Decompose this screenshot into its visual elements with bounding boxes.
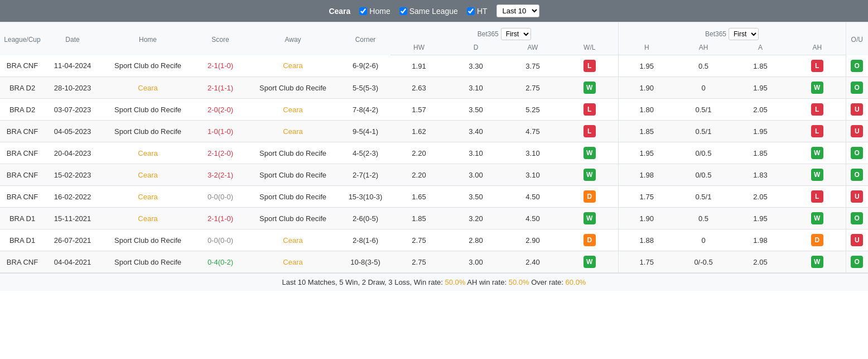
table-cell: 26-07-2021	[45, 229, 100, 251]
table-cell: 0/0.5	[675, 142, 732, 164]
table-cell[interactable]: 0-0(0-0)	[195, 229, 245, 251]
home-team-link[interactable]: Ceara	[138, 149, 157, 157]
table-cell: 4.75	[504, 121, 561, 142]
table-cell: 3.50	[447, 186, 504, 208]
table-cell: 3.00	[447, 251, 504, 273]
wl-cell: W	[561, 208, 618, 229]
ah2-badge: W	[811, 212, 823, 224]
table-cell: 1.95	[618, 55, 675, 77]
group2-select[interactable]: First Last	[729, 28, 759, 40]
table-cell[interactable]: Ceara	[100, 186, 195, 208]
wl-cell: L	[561, 55, 618, 77]
ht-filter[interactable]: HT	[467, 7, 488, 16]
ah2-badge: W	[811, 147, 823, 159]
table-cell[interactable]: Ceara	[245, 251, 340, 273]
score[interactable]: 0-4(0-2)	[208, 258, 233, 266]
ou-cell: U	[846, 121, 868, 142]
table-row: BRA CNF11-04-2024Sport Club do Recife2-1…	[0, 55, 868, 77]
table-cell[interactable]: Ceara	[100, 77, 195, 99]
table-cell: 5.25	[504, 99, 561, 121]
away-team-link[interactable]: Ceara	[283, 61, 302, 70]
same-league-filter[interactable]: Same League	[399, 7, 458, 16]
ah2-cell: W	[789, 142, 846, 164]
wl-cell: W	[561, 251, 618, 273]
table-cell: Sport Club do Recife	[100, 251, 195, 273]
wl-badge: D	[584, 234, 596, 246]
ah2-cell: L	[789, 55, 846, 77]
home-checkbox[interactable]	[359, 7, 367, 15]
score[interactable]: 2-1(1-0)	[208, 214, 233, 223]
group1-select[interactable]: First Last	[501, 28, 531, 40]
ah2-badge: W	[811, 256, 823, 268]
away-team-link[interactable]: Ceara	[283, 258, 302, 266]
table-cell[interactable]: 2-0(2-0)	[195, 99, 245, 121]
main-table: League/Cup Date Home Score Away Corner B…	[0, 22, 868, 273]
table-cell: 0	[675, 229, 732, 251]
table-cell: 2.05	[732, 99, 789, 121]
col-home-header: Home	[100, 22, 195, 55]
home-team-link[interactable]: Ceara	[138, 171, 157, 179]
table-cell: 3.20	[447, 208, 504, 229]
table-row: BRA D228-10-2023Ceara2-1(1-1)Sport Club …	[0, 77, 868, 99]
col-league-header: League/Cup	[0, 22, 45, 55]
table-cell[interactable]: 0-0(0-0)	[195, 186, 245, 208]
table-cell: 2.75	[504, 77, 561, 99]
score[interactable]: 2-1(2-0)	[208, 149, 233, 157]
footer-text-mid2: Over rate:	[529, 278, 566, 286]
col-wl-header: W/L	[561, 42, 618, 55]
col-away-header: Away	[245, 22, 340, 55]
ou-badge: U	[851, 103, 863, 116]
table-row: BRA D126-07-2021Sport Club do Recife0-0(…	[0, 229, 868, 251]
home-filter[interactable]: Home	[359, 7, 390, 16]
table-cell: 2.63	[390, 77, 447, 99]
home-team-link[interactable]: Ceara	[138, 193, 157, 201]
ah2-cell: W	[789, 251, 846, 273]
away-team-link[interactable]: Ceara	[283, 236, 302, 245]
group1-label: Bet365	[478, 30, 499, 38]
same-league-checkbox[interactable]	[399, 7, 407, 15]
table-cell: 3.30	[447, 55, 504, 77]
team-name: Ceara	[329, 7, 350, 16]
footer-ah-rate: 50.0%	[509, 278, 529, 286]
home-team-link[interactable]: Ceara	[138, 214, 157, 223]
table-cell[interactable]: Ceara	[245, 229, 340, 251]
group2-label: Bet365	[705, 30, 726, 38]
table-cell: 15-02-2023	[45, 164, 100, 186]
score[interactable]: 3-2(2-1)	[208, 171, 233, 179]
table-cell[interactable]: 2-1(2-0)	[195, 142, 245, 164]
table-cell[interactable]: Ceara	[100, 164, 195, 186]
table-cell[interactable]: 0-4(0-2)	[195, 251, 245, 273]
col-d-header: D	[447, 42, 504, 55]
table-cell: 1.98	[732, 229, 789, 251]
table-cell: 5-5(5-3)	[340, 77, 390, 99]
table-cell[interactable]: Ceara	[245, 55, 340, 77]
home-team-link[interactable]: Ceara	[138, 84, 157, 92]
table-cell: 2.75	[390, 229, 447, 251]
table-cell: 1.95	[732, 208, 789, 229]
score[interactable]: 2-1(1-0)	[208, 61, 233, 70]
score[interactable]: 0-0(0-0)	[208, 193, 233, 201]
table-cell[interactable]: 2-1(1-1)	[195, 77, 245, 99]
col-h-header: H	[618, 42, 675, 55]
last-select[interactable]: Last 5 Last 10 Last 20	[496, 4, 539, 17]
away-team-link[interactable]: Ceara	[283, 127, 302, 136]
score[interactable]: 2-1(1-1)	[208, 84, 233, 92]
table-cell: BRA D1	[0, 229, 45, 251]
table-cell[interactable]: 2-1(1-0)	[195, 208, 245, 229]
score[interactable]: 2-0(2-0)	[208, 106, 233, 114]
ou-badge: O	[851, 212, 863, 224]
table-cell: 04-04-2021	[45, 251, 100, 273]
ht-checkbox[interactable]	[467, 7, 475, 15]
score[interactable]: 0-0(0-0)	[208, 236, 233, 245]
table-cell[interactable]: 2-1(1-0)	[195, 55, 245, 77]
table-cell: 0/0.5	[675, 164, 732, 186]
table-cell[interactable]: Ceara	[245, 121, 340, 142]
away-team-link[interactable]: Ceara	[283, 106, 302, 114]
score[interactable]: 1-0(1-0)	[208, 127, 233, 136]
table-cell[interactable]: 1-0(1-0)	[195, 121, 245, 142]
table-cell[interactable]: Ceara	[100, 142, 195, 164]
table-cell: 0.5	[675, 55, 732, 77]
table-cell[interactable]: 3-2(2-1)	[195, 164, 245, 186]
table-cell[interactable]: Ceara	[100, 208, 195, 229]
table-cell[interactable]: Ceara	[245, 99, 340, 121]
